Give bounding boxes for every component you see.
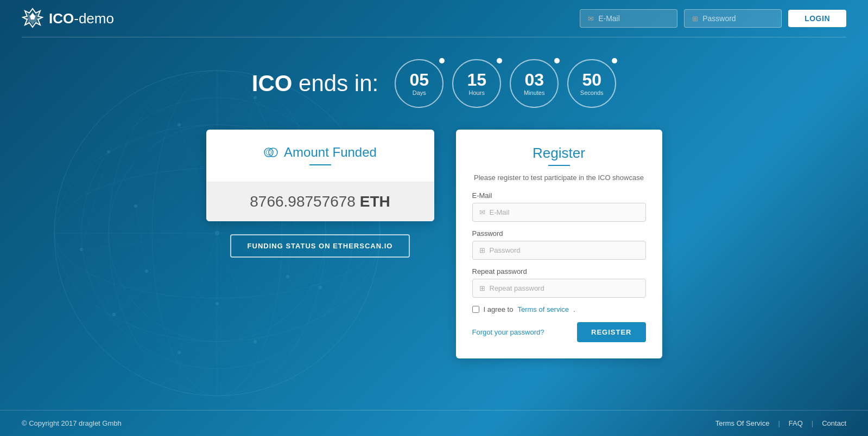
logo: ICO-demo <box>22 8 114 29</box>
forgot-password-link[interactable]: Forgot your password? <box>472 328 544 336</box>
funded-title: Amount Funded <box>284 145 377 160</box>
terms-text: I agree to <box>484 305 514 313</box>
terms-row: I agree to Terms of service . <box>472 305 646 313</box>
password-header-icon: ⊞ <box>692 15 698 23</box>
footer-contact-link[interactable]: Contact <box>822 419 846 427</box>
footer: © Copyright 2017 draglet Gmbh Terms Of S… <box>0 410 868 436</box>
header: ICO-demo ✉ ⊞ LOGIN <box>0 0 868 37</box>
funded-amount-section: 8766.98757678 ETH <box>206 182 434 221</box>
main-content: ICO ends in: 05 Days 15 Hours 03 Minutes… <box>0 37 868 380</box>
countdown-title: ICO ends in: 05 Days 15 Hours 03 Minutes… <box>252 59 616 108</box>
terms-checkbox[interactable] <box>472 306 479 313</box>
email-label: E-Mail <box>472 191 646 200</box>
countdown-circles: 05 Days 15 Hours 03 Minutes 50 Seconds <box>395 59 616 108</box>
password-input-wrap: ⊞ <box>684 9 782 28</box>
footer-divider-2: | <box>812 419 813 427</box>
repeat-password-icon: ⊞ <box>479 284 485 292</box>
email-header-icon: ✉ <box>588 15 594 23</box>
countdown-days: 05 Days <box>395 59 443 108</box>
countdown-seconds: 50 Seconds <box>567 59 616 108</box>
countdown-hours: 15 Hours <box>452 59 501 108</box>
funded-card-top: Amount Funded <box>206 130 434 182</box>
etherscan-wrap: FUNDING STATUS ON ETHERSCAN.IO <box>206 234 434 258</box>
footer-faq-link[interactable]: FAQ <box>789 419 803 427</box>
ico-text: ICO ends in: <box>252 70 378 97</box>
footer-divider-1: | <box>778 419 780 427</box>
two-column-layout: Amount Funded 8766.98757678 ETH FUNDING … <box>22 130 846 358</box>
funded-header: Amount Funded <box>223 145 418 160</box>
footer-terms-link[interactable]: Terms Of Service <box>715 419 770 427</box>
footer-links: Terms Of Service | FAQ | Contact <box>715 419 846 427</box>
logo-text: ICO-demo <box>49 10 114 27</box>
coins-icon <box>263 145 278 160</box>
terms-link[interactable]: Terms of service <box>517 305 569 313</box>
repeat-password-field[interactable] <box>490 284 639 292</box>
etherscan-button[interactable]: FUNDING STATUS ON ETHERSCAN.IO <box>230 234 410 258</box>
email-icon: ✉ <box>479 208 485 216</box>
register-subtitle: Please register to test participate in t… <box>472 174 646 182</box>
email-input-wrap-register: ✉ <box>472 203 646 222</box>
register-underline <box>548 165 570 166</box>
email-input-wrap: ✉ <box>580 9 677 28</box>
header-email-input[interactable] <box>598 14 669 23</box>
logo-icon <box>22 8 43 29</box>
email-field[interactable] <box>490 208 639 216</box>
register-card: Register Please register to test partici… <box>456 130 662 358</box>
funded-amount: 8766.98757678 ETH <box>250 193 390 210</box>
password-input-wrap-register: ⊞ <box>472 241 646 260</box>
funded-underline <box>309 164 331 165</box>
countdown-minutes: 03 Minutes <box>510 59 559 108</box>
header-password-input[interactable] <box>702 14 773 23</box>
register-actions: Forgot your password? REGISTER <box>472 322 646 342</box>
repeat-password-label: Repeat password <box>472 267 646 275</box>
repeat-password-input-wrap: ⊞ <box>472 279 646 298</box>
password-field[interactable] <box>490 246 639 254</box>
funded-section: Amount Funded 8766.98757678 ETH FUNDING … <box>206 130 434 258</box>
register-button[interactable]: REGISTER <box>577 322 645 342</box>
password-label: Password <box>472 229 646 238</box>
register-title: Register <box>472 145 646 162</box>
header-right: ✉ ⊞ LOGIN <box>580 9 846 28</box>
login-button[interactable]: LOGIN <box>788 10 846 27</box>
password-icon: ⊞ <box>479 246 485 254</box>
countdown-section: ICO ends in: 05 Days 15 Hours 03 Minutes… <box>22 59 846 108</box>
funded-card: Amount Funded 8766.98757678 ETH <box>206 130 434 221</box>
copyright-text: © Copyright 2017 draglet Gmbh <box>22 419 122 427</box>
